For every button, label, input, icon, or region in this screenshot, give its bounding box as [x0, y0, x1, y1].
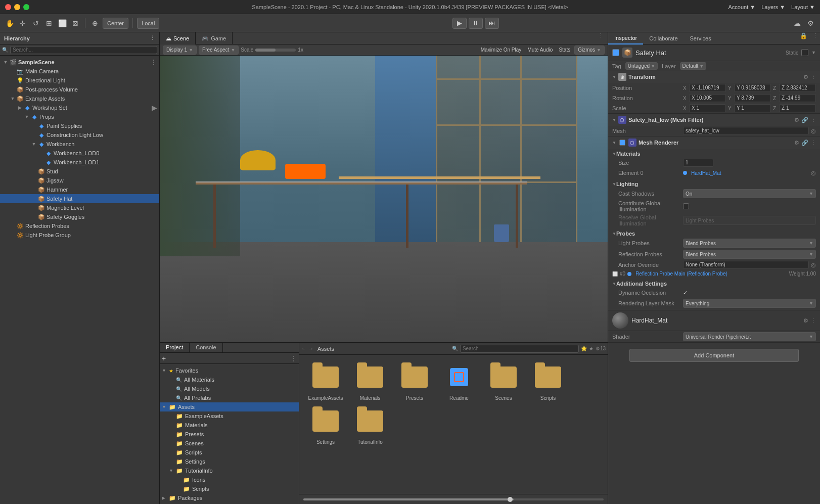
hierarchy-item-workshop-set[interactable]: ▶ ◆ Workshop Set ▶ [0, 103, 159, 112]
lighting-sub-header[interactable]: ▼ Lighting [608, 180, 820, 188]
asset-scenes[interactable]: Scenes [483, 361, 524, 401]
account-dropdown[interactable]: Account ▼ [728, 4, 756, 10]
mr-link-icon[interactable]: 🔗 [801, 140, 808, 146]
transform-tool-icon[interactable]: ⊠ [70, 18, 81, 29]
project-assets-group[interactable]: ▼ 📁 Assets [160, 402, 299, 411]
size-slider-track[interactable] [303, 498, 604, 500]
inspector-menu-icon[interactable]: ⋮ [810, 32, 820, 44]
project-all-prefabs[interactable]: 🔍 All Prefabs [160, 393, 299, 402]
scale-x-input[interactable]: X 1 [689, 104, 726, 112]
add-component-button[interactable]: Add Component [629, 349, 799, 362]
project-all-materials[interactable]: 🔍 All Materials [160, 375, 299, 384]
pause-button[interactable]: ⏸ [469, 18, 483, 29]
dynamic-occlusion-check-icon[interactable]: ✓ [683, 290, 688, 296]
assets-search-input[interactable] [460, 345, 579, 353]
local-button[interactable]: Local [137, 18, 159, 29]
project-materials[interactable]: 📁 Materials [160, 421, 299, 430]
hierarchy-scene-root[interactable]: ▼ 🎬 SampleScene ⋮ [0, 58, 159, 67]
project-ti-scripts[interactable]: 📁 Scripts [160, 484, 299, 493]
scene-tab-menu-icon[interactable]: ⋮ [594, 32, 608, 44]
assets-forward-icon[interactable]: → [308, 346, 313, 351]
layers-dropdown[interactable]: Layers ▼ [761, 4, 785, 10]
hierarchy-item-hammer[interactable]: 📦 Hammer [0, 185, 159, 194]
hierarchy-item-directional-light[interactable]: 💡 Directional Light [0, 76, 159, 85]
probes-sub-header[interactable]: ▼ Probes [608, 230, 820, 238]
hierarchy-item-main-camera[interactable]: 📷 Main Camera [0, 67, 159, 76]
project-scripts[interactable]: 📁 Scripts [160, 448, 299, 457]
mr-gear-icon[interactable]: ⚙ [794, 140, 799, 146]
scale-tool-icon[interactable]: ⊞ [43, 18, 55, 29]
project-example-assets[interactable]: 📁 ExampleAssets [160, 411, 299, 421]
rotation-z-input[interactable]: Z -14.99 [779, 94, 816, 102]
transform-more-icon[interactable]: ⋮ [810, 74, 816, 80]
cast-shadows-dropdown[interactable]: On ▼ [683, 189, 816, 198]
asset-scripts[interactable]: Scripts [528, 361, 568, 401]
mesh-pick-icon[interactable]: ◎ [811, 128, 816, 134]
hierarchy-item-magnetic-level[interactable]: 📦 Magnetic Level [0, 203, 159, 212]
hierarchy-item-workbench-lod1[interactable]: ◆ Workbench_LOD1 [0, 158, 159, 167]
reflection-probes-dropdown[interactable]: Blend Probes ▼ [683, 250, 816, 259]
tab-collaborate[interactable]: Collaborate [643, 32, 684, 44]
rect-tool-icon[interactable]: ⬜ [57, 18, 68, 29]
project-settings[interactable]: 📁 Settings [160, 457, 299, 466]
mesh-renderer-checkbox[interactable] [619, 140, 625, 146]
move-tool-icon[interactable]: ✛ [17, 18, 28, 29]
object-active-checkbox[interactable] [612, 49, 619, 56]
asset-presets[interactable]: Presets [394, 361, 435, 401]
additional-settings-header[interactable]: ▼ Additional Settings [608, 280, 820, 288]
hierarchy-item-postprocess[interactable]: 📦 Post-process Volume [0, 85, 159, 94]
anchor-override-pick-icon[interactable]: ◎ [811, 262, 816, 268]
rotation-y-input[interactable]: Y 8.739 [734, 94, 771, 102]
material-gear-icon[interactable]: ⚙ [803, 317, 808, 324]
rendering-layer-mask-dropdown[interactable]: Everything ▼ [683, 299, 816, 308]
minimize-button[interactable] [14, 4, 20, 10]
display-dropdown[interactable]: Display 1 ▼ [163, 45, 197, 55]
hierarchy-item-safety-hat[interactable]: 📦 Safety Hat [0, 194, 159, 203]
hierarchy-item-safety-goggles[interactable]: 📦 Safety Goggles [0, 212, 159, 221]
hierarchy-menu-icon[interactable]: ⋮ [150, 35, 155, 41]
hierarchy-item-example-assets[interactable]: ▼ 📦 Example Assets [0, 94, 159, 103]
mesh-value[interactable]: safety_hat_low [683, 127, 809, 135]
element0-value[interactable]: HardHat_Mat [691, 170, 721, 176]
project-favorites-group[interactable]: ▼ ★ Favorites [160, 366, 299, 375]
project-packages-group[interactable]: ▶ 📁 Packages [160, 493, 299, 502]
play-button[interactable]: ▶ [452, 18, 467, 29]
pivot-icon[interactable]: ⊕ [89, 18, 101, 29]
assets-star-icon[interactable]: ★ [589, 346, 594, 351]
project-add-icon[interactable]: + [162, 354, 166, 362]
aspect-dropdown[interactable]: Free Aspect ▼ [199, 45, 239, 55]
mesh-filter-header[interactable]: ▼ ⬡ Safety_hat_low (Mesh Filter) ⚙ 🔗 ⋮ [608, 114, 820, 126]
scale-z-input[interactable]: Z 1 [779, 104, 816, 112]
project-icons[interactable]: 📁 Icons [160, 475, 299, 484]
tab-console[interactable]: Console [190, 343, 222, 352]
static-chevron-icon[interactable]: ▼ [811, 50, 816, 55]
maximize-button[interactable] [23, 4, 29, 10]
hierarchy-item-workbench-lod0[interactable]: ◆ Workbench_LOD0 [0, 149, 159, 158]
project-presets[interactable]: 📁 Presets [160, 430, 299, 439]
transform-section-header[interactable]: ▼ ⊕ Transform ⚙ ⋮ [608, 71, 820, 83]
step-button[interactable]: ⏭ [485, 18, 499, 29]
center-button[interactable]: Center [103, 18, 128, 29]
asset-settings[interactable]: Settings [305, 405, 346, 445]
hierarchy-item-light-probe-group[interactable]: 🔆 Light Probe Group [0, 231, 159, 240]
mesh-filter-gear-icon[interactable]: ⚙ [794, 117, 799, 123]
hierarchy-item-reflection-probes[interactable]: 🔆 Reflection Probes [0, 221, 159, 231]
anchor-override-value[interactable]: None (Transform) [683, 261, 809, 269]
tab-game[interactable]: 🎮 Game [196, 32, 233, 44]
project-all-models[interactable]: 🔍 All Models [160, 384, 299, 393]
light-probes-dropdown[interactable]: Blend Probes ▼ [683, 239, 816, 248]
size-slider-thumb[interactable] [508, 497, 513, 502]
mesh-renderer-header[interactable]: ▼ ⬡ Mesh Renderer ⚙ 🔗 ⋮ [608, 136, 820, 149]
stats-button[interactable]: Stats [557, 47, 572, 53]
scale-y-input[interactable]: Y 1 [734, 104, 771, 112]
asset-example-assets[interactable]: ExampleAssets [305, 361, 346, 401]
tag-dropdown[interactable]: Untagged ▼ [625, 62, 658, 70]
mesh-filter-link-icon[interactable]: 🔗 [801, 117, 808, 123]
project-scenes[interactable]: 📁 Scenes [160, 439, 299, 448]
mesh-filter-more-icon[interactable]: ⋮ [810, 117, 816, 123]
settings-icon[interactable]: ⚙ [805, 18, 816, 29]
tab-services[interactable]: Services [684, 32, 717, 44]
project-tutorial-info[interactable]: ▼ 📁 TutorialInfo [160, 466, 299, 475]
layout-dropdown[interactable]: Layout ▼ [791, 4, 815, 10]
tab-scene[interactable]: ⛰ Scene [160, 32, 196, 44]
